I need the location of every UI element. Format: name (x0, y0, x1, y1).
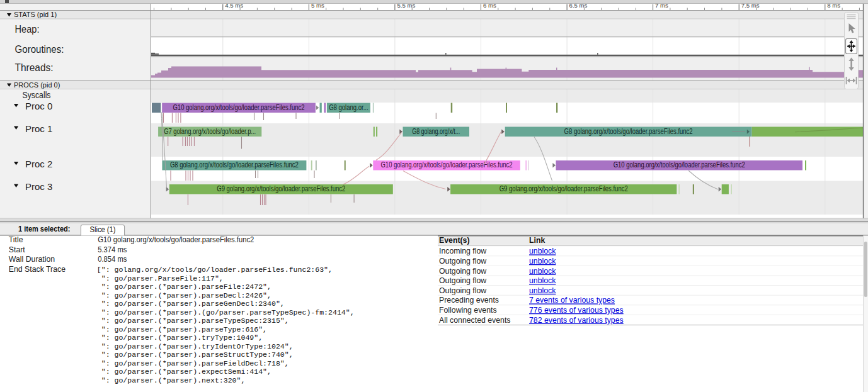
svg-text:G9 golang.org/x/tools/go/loade: G9 golang.org/x/tools/go/loader.parseFil… (217, 184, 345, 193)
svg-text:G10 golang.org/x/tools/go/load: G10 golang.org/x/tools/go/loader.parseFi… (614, 160, 745, 169)
svg-text:Goroutines:: Goroutines: (15, 43, 64, 55)
svg-text:Preceding events: Preceding events (439, 296, 499, 305)
svg-text:Proc 1: Proc 1 (25, 123, 52, 134)
svg-text:unblock: unblock (529, 257, 556, 266)
svg-text:Outgoing flow: Outgoing flow (439, 286, 486, 295)
svg-text:STATS (pid 1): STATS (pid 1) (14, 11, 57, 18)
svg-text:7 events of various types: 7 events of various types (529, 296, 615, 305)
svg-text:PROCS (pid 0): PROCS (pid 0) (14, 81, 60, 89)
svg-text:": go/parser.(*parser).parseTy: ": go/parser.(*parser).parseTypeSpec:231… (101, 316, 289, 325)
svg-text:Incoming flow: Incoming flow (439, 247, 486, 255)
svg-text:": go/parser.(*parser).parseSt: ": go/parser.(*parser).parseStructType:7… (101, 350, 294, 359)
svg-text:5.5 ms: 5.5 ms (397, 2, 415, 9)
svg-text:G7 golang.org/x/tools/go/loade: G7 golang.org/x/tools/go/loader.p... (164, 127, 256, 136)
svg-text:G9 golang.org/x/tools/go/loade: G9 golang.org/x/tools/go/loader.parseFil… (500, 184, 628, 193)
svg-text:G8 golang.org/x/tools/go/loade: G8 golang.org/x/tools/go/loader.parseFil… (564, 127, 693, 136)
svg-text:8 ms: 8 ms (827, 2, 840, 9)
svg-text:All connected events: All connected events (439, 316, 510, 325)
svg-text:End Stack Trace: End Stack Trace (9, 265, 66, 274)
svg-text:Link: Link (529, 236, 545, 245)
svg-text:Syscalls: Syscalls (23, 90, 51, 100)
svg-text:Wall Duration: Wall Duration (9, 255, 55, 264)
svg-text:unblock: unblock (529, 247, 556, 255)
svg-text:Heap:: Heap: (15, 23, 40, 35)
svg-text:6 ms: 6 ms (483, 2, 496, 9)
svg-text:Slice (1): Slice (1) (90, 225, 116, 234)
svg-text:G10 golang.org/x/tools/go/load: G10 golang.org/x/tools/go/loader.parseFi… (381, 160, 513, 169)
svg-text:4.5 ms: 4.5 ms (225, 2, 243, 9)
svg-text:G10 golang.org/x/tools/go/load: G10 golang.org/x/tools/go/loader.parseFi… (98, 235, 254, 244)
svg-text:Threads:: Threads: (15, 62, 54, 74)
svg-text:": go/parser.(*parser).(go/par: ": go/parser.(*parser).(go/parser.parseT… (101, 308, 355, 316)
svg-text:Outgoing flow: Outgoing flow (439, 257, 486, 266)
svg-text:[": golang.org/x/tools/go/load: [": golang.org/x/tools/go/loader.parseFi… (97, 266, 333, 274)
svg-text:Outgoing flow: Outgoing flow (439, 276, 486, 285)
svg-text:": go/parser.(*parser).parseDe: ": go/parser.(*parser).parseDecl:2426", (101, 291, 271, 300)
svg-text:6.5 ms: 6.5 ms (569, 2, 588, 9)
svg-text:": go/parser.(*parser).expectS: ": go/parser.(*parser).expectSemi:414", (101, 367, 271, 376)
svg-text:G8 golang.org/x/t...: G8 golang.org/x/t... (412, 127, 460, 136)
svg-text:G8 golang.org/x/tools/go/loade: G8 golang.org/x/tools/go/loader.parseFil… (170, 160, 299, 169)
svg-text:7.5 ms: 7.5 ms (741, 2, 760, 9)
svg-text:Proc 0: Proc 0 (25, 101, 52, 111)
svg-text:5.374 ms: 5.374 ms (98, 245, 127, 254)
svg-text:Outgoing flow: Outgoing flow (439, 267, 486, 276)
svg-text:": go/parser.(*parser).parseTy: ": go/parser.(*parser).parseType:616", (101, 325, 267, 333)
svg-text:": go/parser.(*parser).parseGe: ": go/parser.(*parser).parseGenDecl:2340… (101, 300, 285, 308)
svg-text:": go/parser.(*parser).tryIden: ": go/parser.(*parser).tryIdentOrType:10… (101, 342, 294, 350)
svg-text:5 ms: 5 ms (311, 2, 324, 9)
svg-text:": go/parser.(*parser).next:32: ": go/parser.(*parser).next:320", (101, 376, 246, 384)
svg-text:": go/parser.(*parser).parseFi: ": go/parser.(*parser).parseFile:2472", (101, 283, 271, 291)
svg-text:Event(s): Event(s) (439, 236, 470, 245)
svg-text:unblock: unblock (529, 276, 556, 285)
svg-text:G8 golang.or...: G8 golang.or... (329, 103, 368, 112)
svg-text:": go/parser.(*parser).tryType: ": go/parser.(*parser).tryType:1049", (101, 333, 263, 342)
svg-text:": go/parser.(*parser).parseFi: ": go/parser.(*parser).parseFieldDecl:71… (101, 359, 289, 367)
svg-text:0.854 ms: 0.854 ms (98, 255, 127, 264)
svg-text:Following events: Following events (439, 306, 497, 315)
svg-text:": go/parser.ParseFile:117",: ": go/parser.ParseFile:117", (101, 274, 224, 283)
svg-text:Start: Start (9, 245, 26, 254)
svg-text:Title: Title (9, 235, 23, 244)
svg-text:782 events of various types: 782 events of various types (529, 316, 624, 325)
svg-text:1 item selected:: 1 item selected: (18, 225, 71, 233)
svg-text:776 events of various types: 776 events of various types (529, 306, 624, 315)
svg-text:G10 golang.org/x/tools/go/load: G10 golang.org/x/tools/go/loader.parseFi… (173, 103, 305, 112)
svg-text:Proc 2: Proc 2 (25, 159, 52, 169)
svg-text:unblock: unblock (529, 286, 556, 295)
svg-text:unblock: unblock (529, 267, 556, 276)
svg-text:Proc 3: Proc 3 (25, 181, 52, 192)
svg-text:7 ms: 7 ms (655, 2, 668, 9)
